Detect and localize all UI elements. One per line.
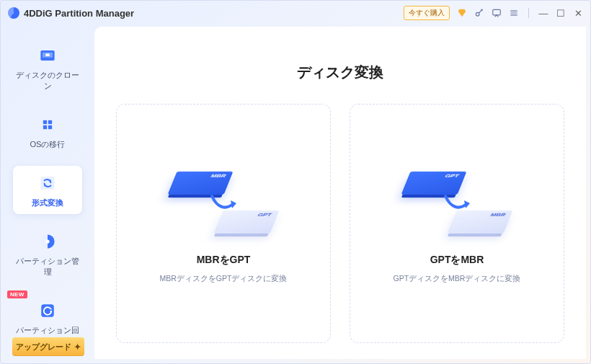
card-mbr-to-gpt[interactable]: MBR GPT MBRをGPT MBRディスクをGPTディスクに変換 (116, 104, 331, 343)
card-desc: MBRディスクをGPTディスクに変換 (160, 274, 288, 284)
app-title: 4DDiG Partition Manager (24, 8, 404, 19)
svg-rect-7 (48, 120, 52, 124)
partition-manage-icon (37, 231, 58, 252)
sidebar-item-partition-manage[interactable]: パーティション管理 (13, 224, 82, 283)
card-title: GPTをMBR (430, 254, 484, 267)
partition-recover-icon (37, 301, 58, 321)
sparkle-icon: ✦ (74, 342, 81, 352)
maximize-button[interactable]: ☐ (556, 8, 566, 18)
sidebar-item-format-convert[interactable]: 形式変換 (13, 166, 82, 214)
key-icon[interactable] (474, 8, 484, 18)
disk-label-to: MBR (489, 213, 507, 218)
svg-rect-10 (40, 177, 54, 190)
menu-icon[interactable] (509, 8, 519, 18)
disk-label-from: MBR (210, 174, 228, 179)
cards-row: MBR GPT MBRをGPT MBRディスクをGPTディスクに変換 GPT M… (115, 104, 566, 343)
disk-convert-icon: GPT MBR (403, 163, 511, 242)
minimize-button[interactable]: — (538, 8, 548, 18)
upgrade-label: アップグレード (16, 342, 71, 352)
svg-rect-6 (43, 120, 47, 124)
format-convert-icon (37, 173, 58, 193)
sidebar-item-label: パーティション管理 (16, 256, 79, 278)
feedback-icon[interactable] (492, 8, 502, 18)
new-badge: NEW (7, 290, 27, 298)
card-title: MBRをGPT (197, 254, 251, 267)
sidebar-item-label: ディスクのクローン (16, 70, 79, 92)
disk-label-from: GPT (444, 174, 461, 179)
main-panel: ディスク変換 MBR GPT MBRをGPT MBRディスクをGPTディスクに変… (94, 27, 586, 359)
app-logo-icon (8, 7, 19, 19)
diamond-icon[interactable] (457, 8, 467, 18)
titlebar: 4DDiG Partition Manager 今すぐ購入 — ☐ ✕ (1, 1, 590, 25)
svg-rect-1 (493, 9, 501, 15)
sidebar-item-label: 形式変換 (32, 197, 63, 208)
titlebar-icons: — ☐ ✕ (457, 8, 583, 18)
sidebar-item-label: OSの移行 (30, 139, 66, 150)
sidebar-item-disk-clone[interactable]: ディスクのクローン (13, 38, 82, 97)
svg-rect-4 (45, 53, 49, 56)
upgrade-button[interactable]: アップグレード ✦ (12, 337, 84, 356)
disk-label-to: GPT (257, 213, 273, 218)
svg-rect-9 (48, 125, 52, 129)
page-title: ディスク変換 (115, 63, 566, 82)
disk-clone-icon (37, 45, 58, 66)
titlebar-separator (528, 8, 529, 18)
buy-now-button[interactable]: 今すぐ購入 (404, 6, 450, 20)
sidebar: ディスクのクローン OSの移行 形式変換 パーティション管理 NEW (1, 25, 94, 363)
disk-convert-icon: MBR GPT (169, 163, 277, 242)
svg-point-12 (45, 239, 49, 243)
card-gpt-to-mbr[interactable]: GPT MBR GPTをMBR GPTディスクをMBRディスクに変換 (350, 104, 564, 343)
os-migrate-icon (37, 115, 58, 135)
close-button[interactable]: ✕ (573, 8, 583, 18)
card-desc: GPTディスクをMBRディスクに変換 (394, 274, 521, 284)
sidebar-item-os-migrate[interactable]: OSの移行 (13, 107, 82, 156)
svg-point-0 (476, 12, 479, 16)
svg-rect-8 (43, 125, 47, 129)
